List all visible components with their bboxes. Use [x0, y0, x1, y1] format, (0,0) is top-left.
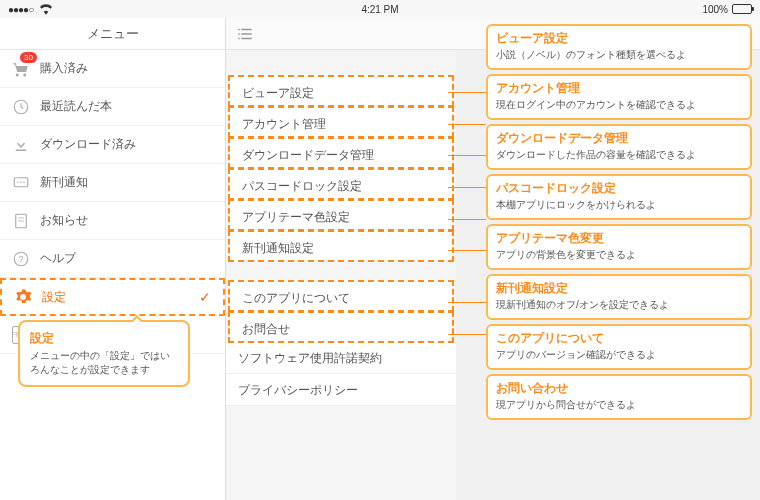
menu-item-settings[interactable]: 設定 ✓: [0, 278, 225, 316]
battery-icon: [732, 4, 752, 14]
menu-label: 購入済み: [40, 60, 88, 77]
svg-point-4: [23, 181, 25, 183]
connector: [448, 124, 486, 125]
set-privacy[interactable]: プライバシーポリシー: [226, 374, 456, 406]
callout-title: ダウンロードデータ管理: [496, 130, 742, 147]
svg-text:?: ?: [18, 254, 23, 264]
settings-panel: ビューア設定 アカウント管理 ダウンロードデータ管理 パスコードロック設定 アプ…: [226, 18, 456, 500]
help-icon: ?: [12, 250, 30, 268]
menu-header: メニュー: [0, 18, 225, 50]
set-theme[interactable]: アプリテーマ色設定: [228, 199, 454, 231]
callout-about: このアプリについて アプリのバージョン確認ができるよ: [486, 324, 752, 370]
callout-desc: アプリの背景色を変更できるよ: [496, 248, 742, 262]
menu-item-recent[interactable]: 最近読んだ本: [0, 88, 225, 126]
menu-label: 新刊通知: [40, 174, 88, 191]
callouts: ビューア設定 小説（ノベル）のフォント種類を選べるよ アカウント管理 現在ログイ…: [486, 24, 752, 424]
gear-icon: [14, 288, 32, 306]
callout-desc: 本棚アプリにロックをかけられるよ: [496, 198, 742, 212]
connector: [448, 219, 486, 220]
callout-title: パスコードロック設定: [496, 180, 742, 197]
connector: [448, 302, 486, 303]
set-viewer[interactable]: ビューア設定: [228, 75, 454, 107]
sidebar: メニュー 30 購入済み 最近読んだ本 ダウンロード済み 新刊通知 お知らせ: [0, 18, 226, 500]
speech-bubble: 設定 メニューの中の「設定」ではいろんなことが設定できます: [18, 320, 190, 387]
signal-icon: ●●●●○: [8, 4, 33, 15]
svg-point-3: [20, 181, 22, 183]
callout-contact: お問い合わせ 現アプリから問合せができるよ: [486, 374, 752, 420]
callout-account: アカウント管理 現在ログイン中のアカウントを確認できるよ: [486, 74, 752, 120]
menu-item-downloaded[interactable]: ダウンロード済み: [0, 126, 225, 164]
menu-item-help[interactable]: ? ヘルプ: [0, 240, 225, 278]
menu-item-new[interactable]: 新刊通知: [0, 164, 225, 202]
callout-title: お問い合わせ: [496, 380, 742, 397]
message-icon: [12, 174, 30, 192]
callout-desc: 現アプリから問合せができるよ: [496, 398, 742, 412]
callout-desc: 現在ログイン中のアカウントを確認できるよ: [496, 98, 742, 112]
set-license[interactable]: ソフトウェア使用許諾契約: [226, 342, 456, 374]
menu-label: ダウンロード済み: [40, 136, 136, 153]
set-notify[interactable]: 新刊通知設定: [228, 230, 454, 262]
status-right: 100%: [702, 4, 752, 15]
set-download[interactable]: ダウンロードデータ管理: [228, 137, 454, 169]
speech-desc: メニューの中の「設定」ではいろんなことが設定できます: [30, 349, 178, 377]
clock-icon: [12, 98, 30, 116]
set-contact[interactable]: お問合せ: [228, 311, 454, 343]
connector: [448, 92, 486, 93]
callout-notify: 新刊通知設定 現新刊通知のオフ/オンを設定できるよ: [486, 274, 752, 320]
check-icon: ✓: [199, 289, 211, 305]
connector: [448, 250, 486, 251]
callout-desc: 小説（ノベル）のフォント種類を選べるよ: [496, 48, 742, 62]
callout-title: ビューア設定: [496, 30, 742, 47]
set-passcode[interactable]: パスコードロック設定: [228, 168, 454, 200]
menu-label: 最近読んだ本: [40, 98, 112, 115]
menu-label: 設定: [42, 289, 66, 306]
list-icon[interactable]: [226, 18, 456, 50]
connector: [448, 155, 486, 156]
menu-label: お知らせ: [40, 212, 88, 229]
battery-pct: 100%: [702, 4, 728, 15]
status-left: ●●●●○: [8, 0, 55, 19]
callout-title: このアプリについて: [496, 330, 742, 347]
speech-title: 設定: [30, 330, 178, 347]
menu-label: ヘルプ: [40, 250, 76, 267]
svg-point-2: [17, 181, 19, 183]
wifi-icon: [37, 0, 55, 19]
callout-title: アカウント管理: [496, 80, 742, 97]
callout-desc: アプリのバージョン確認ができるよ: [496, 348, 742, 362]
callout-title: 新刊通知設定: [496, 280, 742, 297]
callout-passcode: パスコードロック設定 本棚アプリにロックをかけられるよ: [486, 174, 752, 220]
callout-desc: ダウンロードした作品の容量を確認できるよ: [496, 148, 742, 162]
badge: 30: [20, 52, 37, 63]
connector: [448, 187, 486, 188]
menu-item-purchased[interactable]: 30 購入済み: [0, 50, 225, 88]
status-bar: ●●●●○ 4:21 PM 100%: [0, 0, 760, 18]
set-account[interactable]: アカウント管理: [228, 106, 454, 138]
callout-desc: 現新刊通知のオフ/オンを設定できるよ: [496, 298, 742, 312]
callout-title: アプリテーマ色変更: [496, 230, 742, 247]
callout-download: ダウンロードデータ管理 ダウンロードした作品の容量を確認できるよ: [486, 124, 752, 170]
callout-viewer: ビューア設定 小説（ノベル）のフォント種類を選べるよ: [486, 24, 752, 70]
menu-item-notice[interactable]: お知らせ: [0, 202, 225, 240]
status-time: 4:21 PM: [361, 4, 398, 15]
set-about[interactable]: このアプリについて: [228, 280, 454, 312]
note-icon: [12, 212, 30, 230]
callout-theme: アプリテーマ色変更 アプリの背景色を変更できるよ: [486, 224, 752, 270]
download-icon: [12, 136, 30, 154]
connector: [448, 334, 486, 335]
